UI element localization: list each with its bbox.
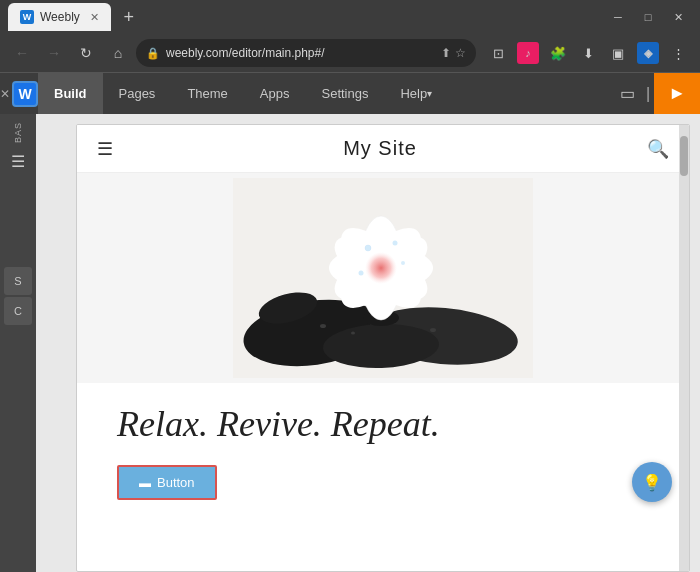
hero-area — [77, 173, 689, 383]
ext-btn-5[interactable]: ◈ — [634, 39, 662, 67]
site-title: My Site — [343, 137, 417, 160]
nav-items: Build Pages Theme Apps Settings Help — [38, 73, 448, 114]
home-button[interactable]: ⌂ — [104, 39, 132, 67]
svg-point-19 — [359, 271, 364, 276]
weebly-nav: ✕ W Build Pages Theme Apps Settings Help… — [0, 72, 700, 114]
fab-icon: 💡 — [642, 473, 662, 492]
url-bar[interactable]: 🔒 weebly.com/editor/main.php#/ ⬆ ☆ — [136, 39, 476, 67]
fab-button[interactable]: 💡 — [632, 462, 672, 502]
ext-icon-blue: ◈ — [637, 42, 659, 64]
device-toggle-button[interactable]: ▭ — [612, 79, 642, 109]
browser-frame: W Weebly ✕ + ─ □ ✕ ← → ↻ ⌂ 🔒 weebly.com/… — [0, 0, 700, 572]
site-header: ☰ My Site 🔍 — [77, 125, 689, 173]
address-bar: ← → ↻ ⌂ 🔒 weebly.com/editor/main.php#/ ⬆… — [0, 34, 700, 72]
reload-button[interactable]: ↻ — [72, 39, 100, 67]
ext-icon-pink: ♪ — [517, 42, 539, 64]
svg-point-17 — [393, 241, 398, 246]
site-search-icon[interactable]: 🔍 — [647, 138, 669, 160]
tab-close-button[interactable]: ✕ — [90, 11, 99, 24]
sidebar-toggle-button[interactable]: ☰ — [4, 147, 32, 175]
svg-point-7 — [430, 328, 436, 332]
editor-area: BAS ☰ S C ☰ My Site 🔍 — [0, 114, 700, 572]
ext-btn-2[interactable]: ♪ — [514, 39, 542, 67]
active-tab[interactable]: W Weebly ✕ — [8, 3, 111, 31]
tab-favicon: W — [20, 10, 34, 24]
minimize-button[interactable]: ─ — [604, 6, 632, 28]
maximize-button[interactable]: □ — [634, 6, 662, 28]
sidebar-label: BAS — [13, 122, 23, 143]
scrollbar-thumb[interactable] — [680, 136, 688, 176]
nav-theme[interactable]: Theme — [171, 73, 243, 114]
button-icon: ▬ — [139, 476, 151, 490]
download-button[interactable]: ⬇ — [574, 39, 602, 67]
scrollbar[interactable] — [679, 125, 689, 571]
close-x-icon[interactable]: ✕ — [0, 87, 10, 101]
svg-point-16 — [365, 245, 371, 251]
canvas-area: ☰ My Site 🔍 — [36, 114, 700, 572]
left-sidebar: BAS ☰ S C — [0, 114, 36, 572]
site-button[interactable]: ▬ Button — [117, 465, 217, 500]
button-label: Button — [157, 475, 195, 490]
weebly-w-logo[interactable]: W — [12, 81, 38, 107]
ext-btn-3[interactable]: 🧩 — [544, 39, 572, 67]
title-bar: W Weebly ✕ + ─ □ ✕ — [0, 0, 700, 34]
weebly-logo: ✕ W — [0, 73, 38, 115]
svg-point-6 — [351, 332, 355, 335]
tab-title: Weebly — [40, 10, 80, 24]
nav-pages[interactable]: Pages — [103, 73, 172, 114]
close-button[interactable]: ✕ — [664, 6, 692, 28]
sidebar-item-2[interactable]: C — [4, 297, 32, 325]
text-section: Relax. Revive. Repeat. — [77, 383, 689, 455]
tagline-text: Relax. Revive. Repeat. — [117, 403, 649, 445]
nav-help[interactable]: Help — [384, 73, 448, 114]
url-action-icons: ⬆ ☆ — [441, 46, 466, 60]
browser-extensions: ⊡ ♪ 🧩 ⬇ ▣ ◈ ⋮ — [484, 39, 692, 67]
star-icon[interactable]: ☆ — [455, 46, 466, 60]
url-text: weebly.com/editor/main.php#/ — [166, 46, 435, 60]
ext-btn-1[interactable]: ⊡ — [484, 39, 512, 67]
button-area: ▬ Button — [77, 455, 689, 510]
back-button[interactable]: ← — [8, 39, 36, 67]
svg-point-5 — [320, 324, 326, 328]
menu-button[interactable]: ⋮ — [664, 39, 692, 67]
nav-settings[interactable]: Settings — [305, 73, 384, 114]
new-tab-button[interactable]: + — [115, 3, 143, 31]
window-controls: ─ □ ✕ — [604, 6, 692, 28]
site-hamburger-icon[interactable]: ☰ — [97, 138, 113, 160]
publish-icon: ► — [668, 83, 686, 104]
site-preview: ☰ My Site 🔍 — [76, 124, 690, 572]
svg-point-18 — [401, 261, 405, 265]
ext-btn-4[interactable]: ▣ — [604, 39, 632, 67]
lock-icon: 🔒 — [146, 47, 160, 60]
hero-image-svg — [233, 178, 533, 378]
nav-build[interactable]: Build — [38, 73, 103, 114]
nav-right: ▭ | — [612, 79, 654, 109]
forward-button[interactable]: → — [40, 39, 68, 67]
sidebar-item-1[interactable]: S — [4, 267, 32, 295]
nav-apps[interactable]: Apps — [244, 73, 306, 114]
svg-point-15 — [365, 252, 397, 284]
share-icon[interactable]: ⬆ — [441, 46, 451, 60]
sidebar-items: S C — [4, 187, 32, 325]
nav-divider: | — [646, 85, 650, 103]
publish-button[interactable]: ► — [654, 73, 700, 115]
